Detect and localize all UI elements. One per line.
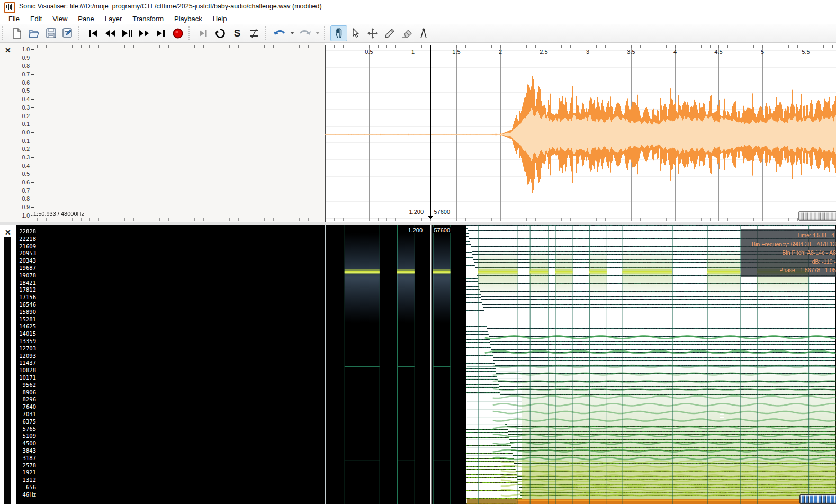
frequency-tick-label: 4500 <box>16 440 36 446</box>
bin-info-line: Time: 4.538 - 4. <box>743 231 836 240</box>
frequency-tick-label: 14015 <box>16 331 36 337</box>
fast-forward-button[interactable] <box>136 25 152 41</box>
spectrogram-playhead-time-label: 1.200 <box>407 227 424 233</box>
loop-button[interactable] <box>212 25 229 41</box>
sonic-visualiser-window: { "window": { "title": "Sonic Visualiser… <box>0 0 836 504</box>
new-session-button[interactable] <box>8 25 25 41</box>
spectrogram-pane[interactable]: ✕ 22828222182160920953203431968719078184… <box>0 225 836 504</box>
frequency-tick-label: 19078 <box>16 273 36 278</box>
title-bar: Sonic Visualiser: file:///D:/moje_progra… <box>0 0 836 14</box>
menu-item[interactable]: Playback <box>169 14 208 24</box>
rewind-button[interactable] <box>102 25 119 41</box>
frequency-tick-label: 21609 <box>16 244 36 249</box>
frequency-tick-label: 3843 <box>16 448 36 454</box>
frequency-tick-label: 5109 <box>16 433 36 439</box>
toolbar-separator <box>324 26 328 40</box>
erase-tool-button[interactable] <box>398 25 415 41</box>
frequency-tick-label: 9562 <box>16 382 36 388</box>
bin-info-line: Bin Frequency: 6984.38 - 7078.13 <box>743 240 836 249</box>
frequency-tick-label: 46Hz <box>16 492 36 498</box>
solo-button[interactable]: S <box>229 25 246 41</box>
navigate-tool-button[interactable] <box>330 25 347 41</box>
menu-item[interactable]: File <box>3 14 25 24</box>
frequency-tick-label: 12703 <box>16 346 36 352</box>
frequency-tick-label: 10828 <box>16 367 36 373</box>
menu-item[interactable]: Edit <box>25 14 47 24</box>
frequency-tick-label: 12093 <box>16 353 36 359</box>
bin-info-line: dB: -110 - <box>743 257 836 266</box>
waveform-pane[interactable]: ✕ 1.00.90.80.70.60.50.40.30.20.10.00.10.… <box>0 43 836 222</box>
playhead-frame-label: 57600 <box>433 209 452 215</box>
spectrogram-plot[interactable] <box>38 225 836 504</box>
playhead-line[interactable] <box>430 45 431 219</box>
frequency-tick-label: 11437 <box>16 360 36 366</box>
forward-to-end-button[interactable] <box>152 25 169 41</box>
frequency-tick-label: 8296 <box>16 397 36 402</box>
frequency-tick-label: 22218 <box>16 236 36 242</box>
frequency-tick-label: 17156 <box>16 294 36 300</box>
rewind-to-start-button[interactable] <box>85 25 102 41</box>
frequency-tick-label: 15890 <box>16 309 36 315</box>
playhead-time-label: 1.200 <box>408 209 425 215</box>
toolbar-separator <box>78 26 83 40</box>
open-button[interactable] <box>25 25 42 41</box>
measure-tool-button[interactable] <box>415 25 432 41</box>
bin-info-overlay: Time: 4.538 - 4.Bin Frequency: 6984.38 -… <box>741 229 836 277</box>
frequency-tick-label: 20343 <box>16 258 36 264</box>
frequency-tick-label: 22828 <box>16 229 36 235</box>
frequency-tick-label: 14625 <box>16 323 36 329</box>
frequency-axis: 2282822218216092095320343196871907818421… <box>16 225 38 504</box>
frequency-tick-label: 3187 <box>16 455 36 461</box>
frequency-tick-label: 13359 <box>16 338 36 344</box>
spectrogram-playhead-frame-label: 57600 <box>433 227 452 233</box>
menu-item[interactable]: Pane <box>73 14 99 24</box>
menu-item[interactable]: Help <box>208 14 232 24</box>
frequency-tick-label: 2578 <box>16 463 36 469</box>
menu-item[interactable]: View <box>47 14 73 24</box>
menu-item[interactable]: Transform <box>127 14 169 24</box>
play-pause-button[interactable] <box>119 25 136 41</box>
frequency-tick-label: 8906 <box>16 390 36 395</box>
toolbar-separator <box>265 26 269 40</box>
frequency-tick-label: 1312 <box>16 477 36 483</box>
frequency-tick-label: 6375 <box>16 419 36 425</box>
frequency-tick-label: 7031 <box>16 411 36 417</box>
app-logo-icon <box>4 2 15 13</box>
draw-tool-button[interactable] <box>381 25 398 41</box>
waveform-plot[interactable] <box>0 43 836 222</box>
edit-tool-button[interactable] <box>364 25 381 41</box>
toolbar-separator <box>188 26 193 40</box>
menu-item[interactable]: Layer <box>100 14 128 24</box>
frequency-tick-label: 18421 <box>16 280 36 286</box>
undo-button[interactable] <box>271 25 288 41</box>
frequency-tick-label: 15281 <box>16 317 36 322</box>
frequency-tick-label: 16546 <box>16 302 36 308</box>
frequency-tick-label: 19687 <box>16 265 36 271</box>
redo-dropdown-icon[interactable] <box>313 25 322 41</box>
spectrogram-zoom-thumbwheel[interactable] <box>799 494 836 504</box>
frequency-tick-label: 10171 <box>16 375 36 381</box>
bin-info-line: Bin Pitch: A8-14c - A8 <box>743 248 836 257</box>
close-spectrogram-pane-button[interactable]: ✕ <box>5 229 11 236</box>
record-button[interactable] <box>169 25 186 41</box>
toolbar: S <box>0 24 836 43</box>
redo-button[interactable] <box>296 25 313 41</box>
save-as-button[interactable] <box>59 25 76 41</box>
save-button[interactable] <box>42 25 59 41</box>
select-tool-button[interactable] <box>347 25 364 41</box>
menu-bar: FileEditViewPaneLayerTransformPlaybackHe… <box>0 13 836 24</box>
frequency-tick-label: 656 <box>16 484 36 490</box>
bin-info-line: Phase: -1.56778 - 1.05 <box>743 266 836 275</box>
frequency-tick-label: 5765 <box>16 426 36 432</box>
frequency-tick-label: 1921 <box>16 470 36 475</box>
undo-dropdown-icon[interactable] <box>288 25 296 41</box>
frequency-tick-label: 7640 <box>16 404 36 410</box>
colour-scale-bar <box>4 237 11 504</box>
horizontal-zoom-thumbwheel[interactable] <box>798 211 836 221</box>
align-button[interactable] <box>246 25 263 41</box>
duration-samplerate-status: 1:50.933 / 48000Hz <box>32 211 86 217</box>
window-title: Sonic Visualiser: file:///D:/moje_progra… <box>19 3 322 10</box>
mouse-position-marker <box>720 414 724 418</box>
play-selection-button[interactable] <box>195 25 212 41</box>
frequency-tick-label: 17812 <box>16 287 36 293</box>
